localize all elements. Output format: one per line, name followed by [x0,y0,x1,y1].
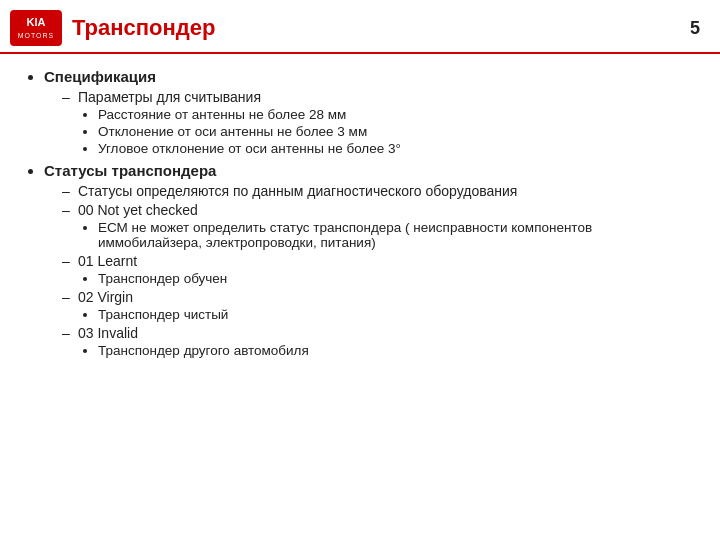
svg-text:KIA: KIA [27,16,46,28]
list-item: Транспондер чистый [98,307,696,322]
subsection-00-items: ЕСМ не может определить статус транспонд… [78,220,696,250]
section-specification: Спецификация Параметры для считывания Ра… [44,68,696,156]
header: KIA MOTORS Транспондер 5 [0,0,720,54]
section-statuses: Статусы транспондера Статусы определяютс… [44,162,696,358]
svg-text:MOTORS: MOTORS [18,32,55,39]
page-title: Транспондер [72,15,215,41]
list-item: Угловое отклонение от оси антенны не бол… [98,141,696,156]
section-specification-label: Спецификация [44,68,156,85]
subsection-02: 02 Virgin Транспондер чистый [62,289,696,322]
statuses-subsections: Статусы определяются по данным диагности… [44,183,696,358]
params-items: Расстояние от антенны не более 28 мм Отк… [78,107,696,156]
list-item: ЕСМ не может определить статус транспонд… [98,220,696,250]
subsection-00: 00 Not yet checked ЕСМ не может определи… [62,202,696,250]
kia-logo: KIA MOTORS [10,10,62,46]
subsection-01: 01 Learnt Транспондер обучен [62,253,696,286]
list-item: Транспондер обучен [98,271,696,286]
list-item: Транспондер другого автомобиля [98,343,696,358]
main-list: Спецификация Параметры для считывания Ра… [24,68,696,358]
header-left: KIA MOTORS Транспондер [10,10,215,46]
subsection-01-items: Транспондер обучен [78,271,696,286]
subsection-params: Параметры для считывания Расстояние от а… [62,89,696,156]
subsection-03: 03 Invalid Транспондер другого автомобил… [62,325,696,358]
subsection-params-label: Параметры для считывания [78,89,261,105]
content: Спецификация Параметры для считывания Ра… [0,54,720,374]
subsection-determined: Статусы определяются по данным диагности… [62,183,696,199]
list-item: Расстояние от антенны не более 28 мм [98,107,696,122]
specification-subsections: Параметры для считывания Расстояние от а… [44,89,696,156]
subsection-03-items: Транспондер другого автомобиля [78,343,696,358]
subsection-02-items: Транспондер чистый [78,307,696,322]
list-item: Отклонение от оси антенны не более 3 мм [98,124,696,139]
section-statuses-label: Статусы транспондера [44,162,216,179]
page-number: 5 [690,18,700,39]
